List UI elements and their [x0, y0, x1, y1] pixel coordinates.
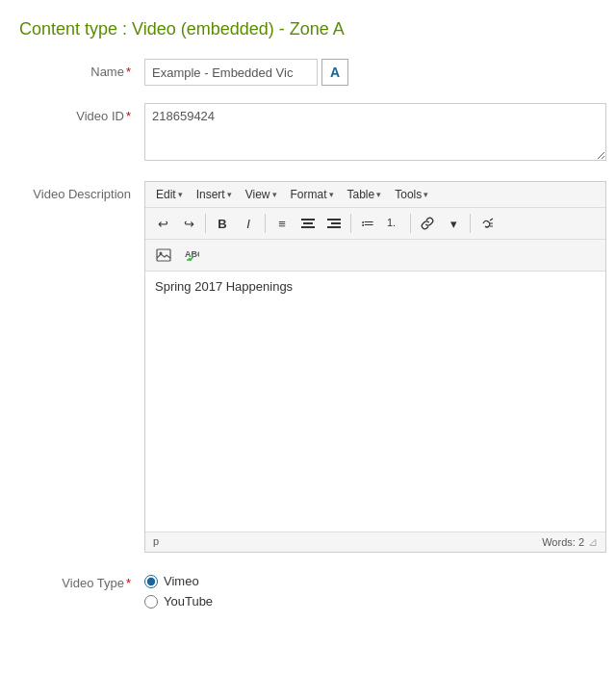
resize-handle-icon[interactable]: ⊿ — [588, 535, 598, 549]
name-field: A — [144, 59, 606, 86]
radio-youtube[interactable] — [144, 595, 158, 609]
editor-menubar: Edit ▾ Insert ▾ View ▾ Format ▾ — [145, 182, 605, 208]
editor-paragraph: Spring 2017 Happenings — [155, 279, 596, 294]
bold-button[interactable]: B — [210, 211, 235, 236]
editor-toolbar-row2: ABC — [145, 240, 605, 272]
toolbar-separator-4 — [410, 214, 411, 233]
video-description-row: Video Description Edit ▾ Insert ▾ View — [10, 181, 606, 553]
toolbar-separator-2 — [265, 214, 266, 233]
link-button[interactable] — [415, 211, 440, 236]
menu-view[interactable]: View ▾ — [240, 185, 283, 204]
menu-tools[interactable]: Tools ▾ — [389, 185, 434, 204]
menu-table[interactable]: Table ▾ — [342, 185, 388, 204]
name-label: Name* — [10, 59, 144, 79]
format-chevron-icon: ▾ — [329, 190, 334, 199]
editor-path: p — [153, 535, 159, 549]
align-left-button[interactable]: ≡ — [270, 211, 295, 236]
svg-rect-1 — [157, 249, 170, 261]
radio-vimeo[interactable] — [144, 575, 158, 588]
name-row: Name* A — [10, 59, 606, 86]
spellcheck-button[interactable]: ABC — [178, 243, 205, 268]
table-chevron-icon: ▾ — [376, 190, 381, 199]
insert-image-button[interactable] — [150, 243, 177, 268]
video-id-row: Video ID* 218659424 — [10, 103, 606, 164]
align-right-button[interactable] — [321, 211, 346, 236]
align-center-button[interactable] — [295, 211, 321, 236]
tools-chevron-icon: ▾ — [424, 190, 428, 199]
page-title: Content type : Video (embedded) - Zone A — [10, 10, 606, 59]
video-id-textarea[interactable]: 218659424 — [144, 103, 606, 161]
radio-youtube-label: YouTube — [164, 594, 213, 609]
radio-item-vimeo[interactable]: Vimeo — [144, 574, 606, 588]
undo-button[interactable]: ↩ — [150, 211, 175, 236]
editor-statusbar: p Words: 2 ⊿ — [145, 531, 605, 552]
menu-format[interactable]: Format ▾ — [285, 185, 340, 204]
video-type-row: Video Type* Vimeo YouTube — [10, 570, 606, 609]
video-type-radio-group: Vimeo YouTube — [144, 570, 606, 609]
toolbar-separator-3 — [350, 214, 351, 233]
toolbar-separator-1 — [205, 214, 206, 233]
editor-content[interactable]: Spring 2017 Happenings — [145, 272, 605, 531]
name-input[interactable] — [144, 59, 318, 86]
video-type-field: Vimeo YouTube — [144, 570, 606, 609]
svg-text:1.: 1. — [387, 217, 396, 228]
video-id-field: 218659424 — [144, 103, 606, 164]
name-input-wrapper: A — [144, 59, 606, 86]
bullet-list-button[interactable]: ≔ — [355, 211, 380, 236]
link-dropdown-button[interactable]: ▾ — [441, 211, 466, 236]
radio-item-youtube[interactable]: YouTube — [144, 594, 606, 609]
menu-edit[interactable]: Edit ▾ — [150, 185, 189, 204]
view-chevron-icon: ▾ — [272, 190, 277, 199]
editor-wrapper: Edit ▾ Insert ▾ View ▾ Format ▾ — [144, 181, 606, 553]
special-chars-button[interactable] — [475, 211, 501, 236]
ordered-list-button[interactable]: 1. — [381, 211, 406, 236]
editor-toolbar-row1: ↩ ↪ B I ≡ — [145, 208, 605, 240]
translate-button[interactable]: A — [321, 59, 348, 86]
radio-vimeo-label: Vimeo — [164, 574, 199, 588]
insert-chevron-icon: ▾ — [227, 190, 232, 199]
italic-button[interactable]: I — [236, 211, 261, 236]
video-type-label: Video Type* — [10, 570, 144, 590]
video-id-label: Video ID* — [10, 103, 144, 123]
menu-insert[interactable]: Insert ▾ — [191, 185, 238, 204]
form-container: Content type : Video (embedded) - Zone A… — [0, 10, 616, 609]
editor-wordcount: Words: 2 — [542, 536, 584, 548]
edit-chevron-icon: ▾ — [178, 190, 183, 199]
redo-button[interactable]: ↪ — [176, 211, 201, 236]
toolbar-separator-5 — [470, 214, 471, 233]
video-description-field: Edit ▾ Insert ▾ View ▾ Format ▾ — [144, 181, 606, 553]
video-description-label: Video Description — [10, 181, 144, 201]
